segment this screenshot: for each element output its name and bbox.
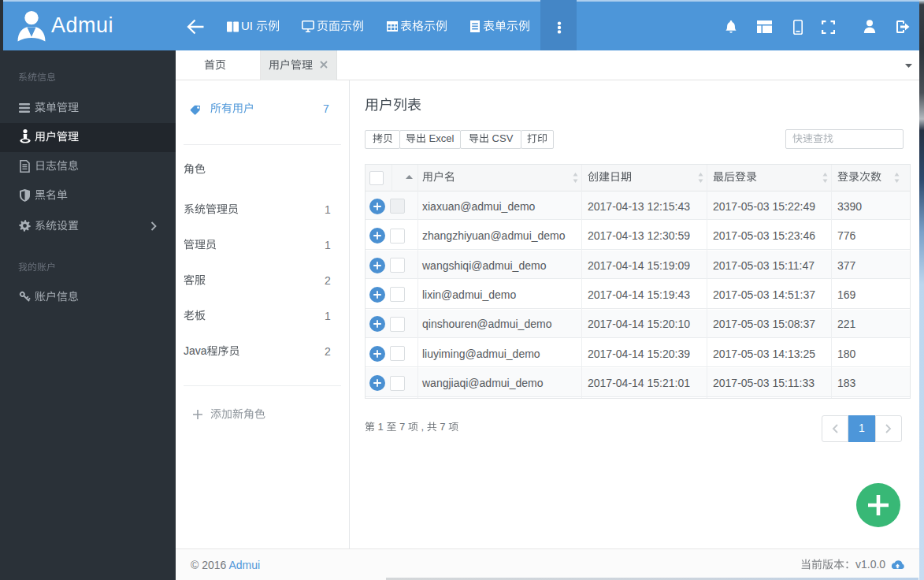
svg-text:v1.0.0: v1.0.0	[855, 558, 885, 571]
svg-text:7: 7	[437, 421, 448, 433]
svg-text:7: 7	[397, 421, 408, 433]
svg-text:CSV: CSV	[489, 132, 514, 144]
svg-text:Excel: Excel	[426, 132, 455, 144]
svg-text:,: ,	[418, 421, 427, 433]
svg-text:1: 1	[375, 421, 386, 433]
svg-text:Java: Java	[184, 344, 207, 357]
svg-text:UI: UI	[241, 19, 256, 32]
